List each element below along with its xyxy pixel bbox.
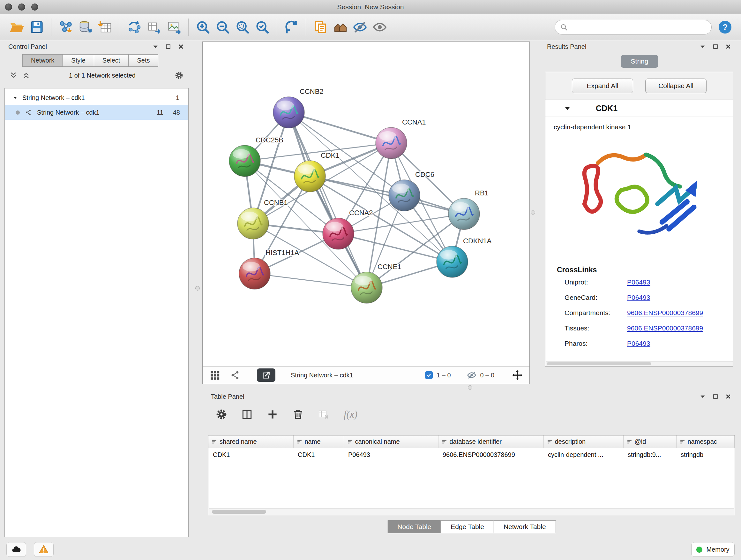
refresh-button[interactable] [281, 17, 301, 37]
function-builder-button[interactable]: f(x) [344, 409, 357, 420]
network-row-selected[interactable]: String Network – cdk1 11 48 [5, 105, 188, 120]
tree-expand-triangle-icon[interactable] [12, 95, 18, 101]
tab-network-table[interactable]: Network Table [494, 520, 556, 533]
export-network-button[interactable] [125, 17, 144, 37]
help-button[interactable]: ? [718, 19, 733, 35]
column-header-namespac[interactable]: namespac [676, 435, 735, 448]
column-header-shared-name[interactable]: shared name [208, 435, 293, 448]
network-node-CDKN1A[interactable] [436, 246, 468, 277]
zoom-fit-button[interactable] [232, 17, 253, 37]
column-header--id[interactable]: @id [623, 435, 676, 448]
table-scrollbar-thumb[interactable] [212, 510, 266, 514]
copy-document-button[interactable] [311, 17, 330, 37]
warnings-button[interactable] [34, 542, 54, 557]
collapse-all-tree-button[interactable] [10, 71, 17, 79]
expand-all-button[interactable]: Expand All [572, 78, 633, 93]
save-session-button[interactable] [27, 17, 47, 37]
results-scrollbar[interactable] [546, 361, 733, 366]
results-scrollbar-thumb[interactable] [547, 362, 651, 365]
pan-mode-button[interactable] [510, 368, 524, 382]
import-table-button[interactable] [95, 17, 115, 37]
close-window-button[interactable] [5, 3, 12, 10]
network-edge-CCNB2-CCNA1[interactable] [289, 112, 391, 143]
network-node-CDK1[interactable] [294, 161, 326, 192]
crosslink-genecard-link[interactable]: P06493 [627, 294, 650, 301]
expand-all-tree-button[interactable] [22, 71, 30, 79]
crosslink-uniprot-link[interactable]: P06493 [627, 278, 650, 286]
close-panel-button[interactable] [724, 43, 732, 51]
selected-checkbox-icon[interactable] [425, 371, 433, 379]
network-edge-CCNB2-CCNE1[interactable] [289, 112, 367, 288]
network-node-CDC6[interactable] [389, 180, 420, 211]
delete-column-button[interactable] [291, 407, 306, 422]
left-splitter-handle[interactable] [195, 286, 200, 291]
zoom-window-button[interactable] [31, 3, 38, 10]
collapse-triangle-icon[interactable] [564, 105, 571, 112]
memory-button[interactable]: Memory [691, 542, 735, 557]
network-node-CCNA1[interactable] [376, 127, 407, 159]
zoom-out-button[interactable] [213, 17, 232, 37]
table-scrollbar[interactable] [209, 508, 734, 515]
network-edge-CDK1-RB1[interactable] [310, 176, 464, 214]
open-file-button[interactable] [7, 17, 27, 37]
tab-style[interactable]: Style [63, 54, 94, 67]
cloud-status-button[interactable] [6, 542, 26, 557]
bottom-splitter-handle[interactable] [468, 385, 472, 390]
show-columns-button[interactable] [240, 407, 254, 422]
network-node-CDC25B[interactable] [229, 145, 260, 177]
crosslink-pharos-link[interactable]: P06493 [627, 340, 650, 348]
network-node-CCNA2[interactable] [323, 218, 354, 249]
import-network-file-button[interactable] [56, 17, 76, 37]
float-panel-button[interactable] [151, 43, 159, 51]
home-browser-button[interactable] [330, 17, 350, 37]
right-splitter-handle[interactable] [531, 210, 535, 214]
zoom-selected-button[interactable] [253, 17, 272, 37]
zoom-in-button[interactable] [193, 17, 213, 37]
open-in-new-window-button[interactable] [257, 368, 275, 382]
column-header-database-identifier[interactable]: database identifier [438, 435, 543, 448]
minimize-window-button[interactable] [18, 3, 25, 10]
collapse-all-button[interactable]: Collapse All [645, 78, 706, 93]
tab-edge-table[interactable]: Edge Table [441, 520, 494, 533]
hide-selected-button[interactable] [350, 17, 370, 37]
search-input[interactable] [571, 23, 706, 31]
cloud-icon [11, 544, 22, 555]
maximize-panel-button[interactable] [164, 43, 172, 51]
tab-node-table[interactable]: Node Table [387, 520, 441, 533]
toolbar-search[interactable] [555, 20, 712, 35]
float-panel-button[interactable] [699, 393, 706, 400]
network-options-button[interactable] [175, 71, 184, 80]
column-header-description[interactable]: description [543, 435, 623, 448]
table-options-button[interactable] [214, 407, 229, 422]
birdseye-view-button[interactable] [208, 368, 222, 382]
network-node-CCNE1[interactable] [351, 272, 382, 303]
network-edge-HIST1H1A-CCNE1[interactable] [255, 273, 367, 288]
tab-network[interactable]: Network [22, 54, 63, 67]
create-column-button[interactable] [265, 407, 280, 422]
maximize-panel-button[interactable] [712, 43, 719, 51]
network-node-CCNB1[interactable] [238, 208, 269, 239]
crosslink-tissues-link[interactable]: 9606.ENSP00000378699 [627, 324, 703, 332]
column-header-canonical-name[interactable]: canonical name [344, 435, 438, 448]
export-table-button[interactable] [144, 17, 164, 37]
network-node-RB1[interactable] [448, 198, 480, 230]
export-image-button[interactable] [164, 17, 184, 37]
network-node-CCNB2[interactable] [273, 97, 305, 128]
close-panel-button[interactable] [177, 43, 185, 51]
table-row[interactable]: CDK1CDK1P064939606.ENSP00000378699cyclin… [208, 448, 735, 462]
network-node-HIST1H1A[interactable] [239, 258, 270, 289]
column-header-name[interactable]: name [293, 435, 344, 448]
protein-section-header[interactable]: CDK1 [545, 100, 733, 117]
import-network-database-button[interactable] [76, 17, 95, 37]
tab-select[interactable]: Select [94, 54, 129, 67]
network-canvas[interactable]: CCNB2CCNA1CDC25BCDK1CDC6RB1CCNB1CCNA2CDK… [203, 42, 529, 366]
maximize-panel-button[interactable] [712, 393, 719, 400]
tab-sets[interactable]: Sets [128, 54, 158, 67]
close-panel-button[interactable] [724, 393, 732, 400]
crosslink-compartments-link[interactable]: 9606.ENSP00000378699 [627, 309, 703, 317]
network-overview-button[interactable] [228, 368, 242, 382]
network-collection-row[interactable]: String Network – cdk1 1 [5, 90, 188, 105]
float-panel-button[interactable] [699, 43, 706, 51]
show-all-button[interactable] [370, 17, 390, 37]
string-results-tab[interactable]: String [621, 55, 658, 68]
